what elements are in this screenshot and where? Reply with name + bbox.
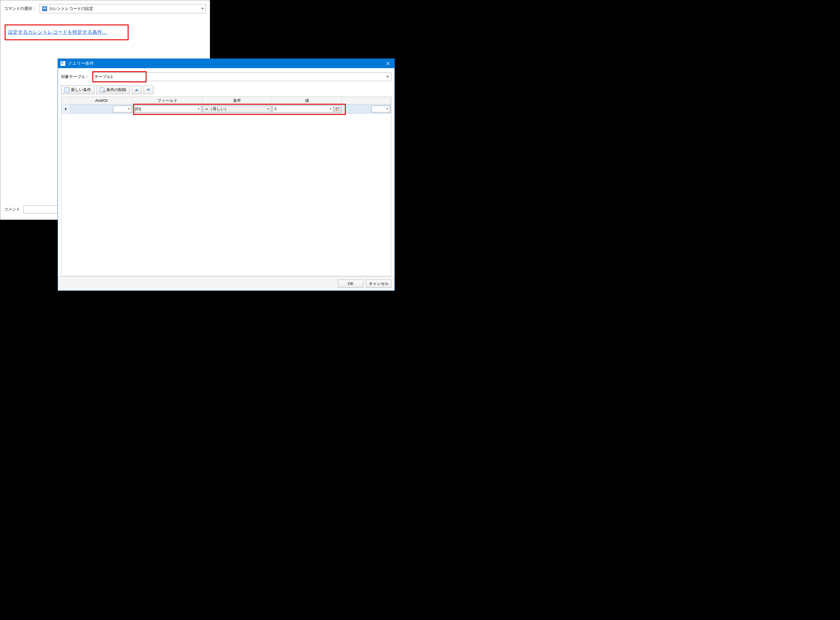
grid-row: [ID] ＝（等しい） 3 — [61, 104, 391, 114]
field-select[interactable]: [ID] — [133, 105, 201, 113]
value-value: 3 — [274, 107, 276, 111]
grid-header-andor: And/Or — [71, 97, 133, 104]
grid-header-condition: 条件 — [202, 97, 272, 104]
dialog-body: 対象テーブル： テーブル1 新しい条件 条件の削除 — [58, 68, 394, 276]
andor-select[interactable] — [113, 105, 132, 113]
command-select[interactable]: カレントレコードの設定 — [39, 4, 206, 13]
delete-condition-label: 条件の削除 — [106, 87, 127, 93]
grid-header-extra — [342, 97, 391, 104]
close-icon — [386, 62, 390, 65]
grid-body: [ID] ＝（等しい） 3 — [61, 104, 391, 276]
cell-extra — [342, 104, 391, 113]
query-condition-dialog: クエリー条件 対象テーブル： テーブル1 新しい条件 — [57, 59, 395, 291]
target-table-label: 対象テーブル： — [61, 74, 89, 80]
dialog-footer: OK キャンセル — [58, 276, 394, 290]
comment-label: コメント — [4, 206, 20, 212]
ok-button[interactable]: OK — [338, 280, 363, 288]
target-table-row: 対象テーブル： テーブル1 — [61, 72, 391, 81]
triangle-down-icon — [146, 89, 150, 91]
grid-header: And/Or フィールド 条件 値 — [61, 97, 391, 104]
new-condition-button[interactable]: 新しい条件 — [61, 86, 95, 94]
app-icon — [60, 61, 65, 66]
value-picker-button[interactable] — [334, 105, 341, 113]
chevron-down-icon — [267, 108, 269, 110]
chevron-down-icon — [330, 108, 332, 110]
chevron-down-icon — [201, 8, 204, 10]
conditions-grid: And/Or フィールド 条件 値 — [61, 96, 391, 276]
condition-toolbar: 新しい条件 条件の削除 — [61, 86, 391, 94]
condition-value: ＝（等しい） — [205, 106, 229, 112]
command-select-label: コマンドの選択： — [4, 6, 36, 12]
cell-field: [ID] — [133, 104, 202, 113]
chevron-down-icon — [386, 108, 388, 110]
cancel-button[interactable]: キャンセル — [366, 280, 391, 288]
chevron-down-icon — [128, 108, 130, 110]
command-select-row: コマンドの選択： カレントレコードの設定 — [0, 0, 210, 15]
move-up-button[interactable] — [132, 86, 142, 94]
dialog-title: クエリー条件 — [68, 61, 94, 66]
cell-value: 3 — [272, 104, 342, 113]
condition-select[interactable]: ＝（等しい） — [203, 105, 271, 113]
delete-condition-button[interactable]: 条件の削除 — [97, 86, 130, 94]
command-select-value: カレントレコードの設定 — [49, 6, 93, 12]
row-marker-icon — [65, 107, 67, 111]
target-table-select[interactable]: テーブル1 — [92, 72, 391, 81]
target-table-value: テーブル1 — [95, 74, 113, 80]
value-picker-icon — [336, 107, 339, 111]
grid-header-field: フィールド — [133, 97, 202, 104]
close-button[interactable] — [382, 59, 394, 68]
grid-header-handle — [61, 97, 71, 104]
chevron-down-icon — [386, 76, 389, 78]
dialog-titlebar: クエリー条件 — [58, 59, 394, 68]
delete-condition-icon — [100, 87, 105, 92]
new-condition-icon — [65, 87, 69, 92]
cell-andor — [71, 104, 133, 113]
chevron-down-icon — [198, 108, 199, 110]
move-down-button[interactable] — [143, 86, 153, 94]
record-icon — [42, 6, 47, 11]
extra-select[interactable] — [371, 105, 390, 113]
condition-link-highlight: 設定するカレントレコードを特定する条件… — [5, 24, 128, 40]
new-condition-label: 新しい条件 — [71, 87, 91, 93]
triangle-up-icon — [135, 89, 139, 91]
field-value: [ID] — [135, 107, 141, 111]
cell-condition: ＝（等しい） — [202, 104, 272, 113]
row-handle[interactable] — [61, 104, 71, 113]
value-select[interactable]: 3 — [273, 105, 333, 113]
target-table-select-wrap: テーブル1 — [92, 72, 391, 81]
set-condition-link[interactable]: 設定するカレントレコードを特定する条件… — [8, 29, 107, 35]
grid-header-value: 値 — [272, 97, 342, 104]
